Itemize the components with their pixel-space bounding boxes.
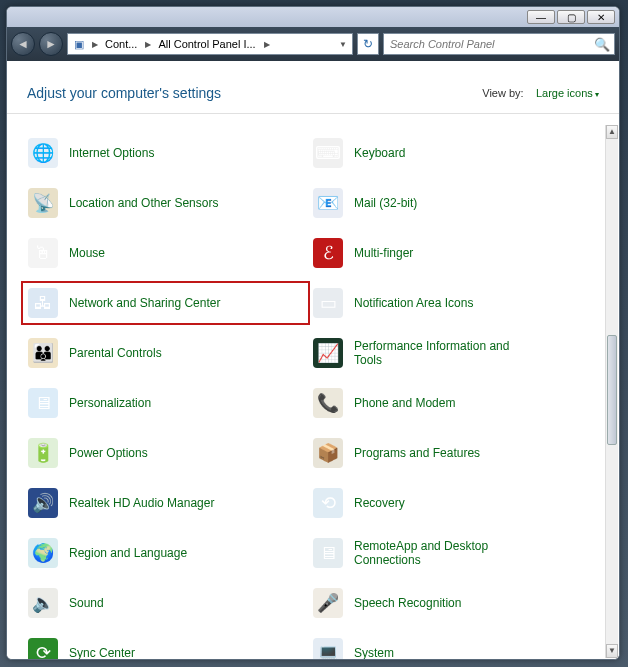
control-panel-item[interactable]: ⟳Sync Center [23, 633, 308, 659]
item-label: Network and Sharing Center [69, 296, 220, 310]
item-label: Keyboard [354, 146, 405, 160]
control-panel-item[interactable]: 🌐Internet Options [23, 133, 308, 173]
titlebar: — ▢ ✕ [7, 7, 619, 27]
item-label: Realtek HD Audio Manager [69, 496, 214, 510]
items-pane: 🌐Internet Options⌨Keyboard📡Location and … [11, 125, 605, 659]
maximize-button[interactable]: ▢ [557, 10, 585, 24]
item-icon: 📦 [312, 437, 344, 469]
view-by-dropdown[interactable]: Large icons [536, 87, 599, 99]
item-label: Programs and Features [354, 446, 480, 460]
control-panel-item[interactable]: 🔊Realtek HD Audio Manager [23, 483, 308, 523]
content-area: Adjust your computer's settings View by:… [7, 61, 619, 659]
control-panel-item[interactable]: 🔈Sound [23, 583, 308, 623]
scroll-thumb[interactable] [607, 335, 617, 445]
vertical-scrollbar[interactable]: ▲ ▼ [605, 125, 618, 658]
item-label: Recovery [354, 496, 405, 510]
breadcrumb[interactable]: ▣ ▶ Cont... ▶ All Control Panel I... ▶ ▼ [67, 33, 353, 55]
header-row: Adjust your computer's settings View by:… [7, 61, 619, 114]
item-label: Notification Area Icons [354, 296, 473, 310]
item-icon: 📞 [312, 387, 344, 419]
item-label: RemoteApp and Desktop Connections [354, 539, 524, 568]
view-by: View by: Large icons [482, 87, 599, 99]
item-icon: 📡 [27, 187, 59, 219]
chevron-right-icon[interactable]: ▶ [142, 40, 154, 49]
search-icon[interactable]: 🔍 [594, 37, 610, 52]
control-panel-item[interactable]: 🖧Network and Sharing Center [23, 283, 308, 323]
items-grid: 🌐Internet Options⌨Keyboard📡Location and … [11, 125, 605, 659]
item-icon: ⟳ [27, 637, 59, 659]
item-label: Parental Controls [69, 346, 162, 360]
item-icon: 📧 [312, 187, 344, 219]
control-panel-item[interactable]: 🖱Mouse [23, 233, 308, 273]
chevron-down-icon[interactable]: ▼ [336, 40, 350, 49]
item-icon: ▭ [312, 287, 344, 319]
breadcrumb-segment[interactable]: Cont... [101, 34, 142, 54]
nav-toolbar: ◄ ► ▣ ▶ Cont... ▶ All Control Panel I...… [7, 27, 619, 61]
page-title: Adjust your computer's settings [27, 85, 221, 101]
control-panel-item[interactable]: 🔋Power Options [23, 433, 308, 473]
breadcrumb-root-icon[interactable]: ▣ [70, 34, 89, 54]
control-panel-item[interactable]: 🖥Personalization [23, 383, 308, 423]
item-label: Location and Other Sensors [69, 196, 218, 210]
item-label: Performance Information and Tools [354, 339, 524, 368]
item-label: Mouse [69, 246, 105, 260]
close-button[interactable]: ✕ [587, 10, 615, 24]
control-panel-item[interactable]: 🌍Region and Language [23, 533, 308, 573]
control-panel-item[interactable]: 💻System [308, 633, 593, 659]
scroll-down-button[interactable]: ▼ [606, 644, 618, 658]
control-panel-item[interactable]: 🎤Speech Recognition [308, 583, 593, 623]
item-icon: 📈 [312, 337, 344, 369]
item-icon: 🌐 [27, 137, 59, 169]
item-icon: 👪 [27, 337, 59, 369]
control-panel-item[interactable]: 👪Parental Controls [23, 333, 308, 373]
item-icon: ⌨ [312, 137, 344, 169]
minimize-button[interactable]: — [527, 10, 555, 24]
search-input[interactable] [388, 37, 594, 51]
forward-button[interactable]: ► [39, 32, 63, 56]
item-label: Internet Options [69, 146, 154, 160]
item-label: Multi-finger [354, 246, 413, 260]
item-icon: 💻 [312, 637, 344, 659]
item-label: Sound [69, 596, 104, 610]
control-panel-item[interactable]: ⟲Recovery [308, 483, 593, 523]
item-icon: 🔈 [27, 587, 59, 619]
item-icon: 🌍 [27, 537, 59, 569]
item-label: Region and Language [69, 546, 187, 560]
view-by-label: View by: [482, 87, 523, 99]
item-icon: 🔋 [27, 437, 59, 469]
chevron-right-icon[interactable]: ▶ [89, 40, 101, 49]
item-label: System [354, 646, 394, 659]
breadcrumb-segment[interactable]: All Control Panel I... [154, 34, 260, 54]
control-panel-item[interactable]: 📈Performance Information and Tools [308, 333, 593, 373]
item-icon: 🔊 [27, 487, 59, 519]
control-panel-item[interactable]: 📦Programs and Features [308, 433, 593, 473]
control-panel-item[interactable]: 🖥RemoteApp and Desktop Connections [308, 533, 593, 573]
control-panel-item[interactable]: ℰMulti-finger [308, 233, 593, 273]
item-icon: 🎤 [312, 587, 344, 619]
item-icon: 🖥 [27, 387, 59, 419]
item-label: Mail (32-bit) [354, 196, 417, 210]
control-panel-window: — ▢ ✕ ◄ ► ▣ ▶ Cont... ▶ All Control Pane… [6, 6, 620, 660]
scroll-up-button[interactable]: ▲ [606, 125, 618, 139]
item-icon: 🖧 [27, 287, 59, 319]
back-button[interactable]: ◄ [11, 32, 35, 56]
item-label: Phone and Modem [354, 396, 455, 410]
chevron-right-icon[interactable]: ▶ [261, 40, 273, 49]
control-panel-item[interactable]: ⌨Keyboard [308, 133, 593, 173]
control-panel-item[interactable]: 📧Mail (32-bit) [308, 183, 593, 223]
item-label: Speech Recognition [354, 596, 461, 610]
item-label: Personalization [69, 396, 151, 410]
control-panel-item[interactable]: ▭Notification Area Icons [308, 283, 593, 323]
item-icon: 🖥 [312, 537, 344, 569]
search-box[interactable]: 🔍 [383, 33, 615, 55]
refresh-button[interactable]: ↻ [357, 33, 379, 55]
control-panel-item[interactable]: 📞Phone and Modem [308, 383, 593, 423]
item-label: Sync Center [69, 646, 135, 659]
item-icon: ⟲ [312, 487, 344, 519]
item-label: Power Options [69, 446, 148, 460]
control-panel-item[interactable]: 📡Location and Other Sensors [23, 183, 308, 223]
item-icon: 🖱 [27, 237, 59, 269]
item-icon: ℰ [312, 237, 344, 269]
